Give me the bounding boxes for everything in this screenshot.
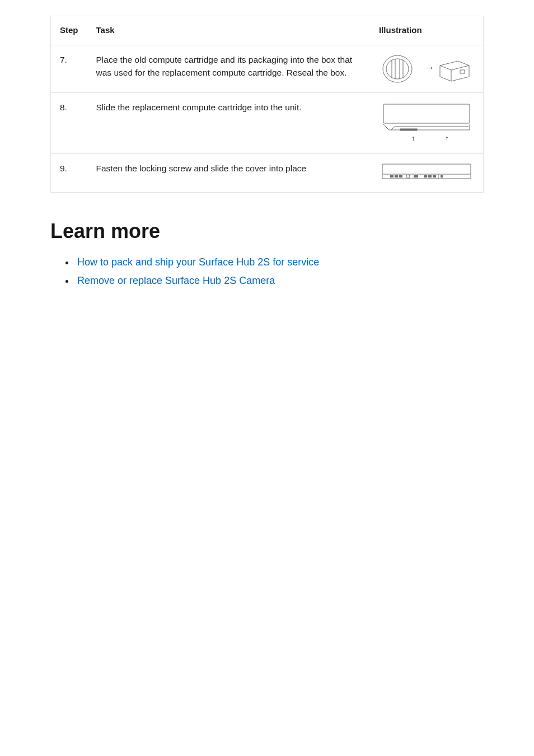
svg-rect-7 xyxy=(460,70,465,73)
svg-point-0 xyxy=(383,55,412,82)
svg-rect-15 xyxy=(390,175,394,178)
steps-table: Step Task Illustration 7. Place the old … xyxy=(50,16,484,193)
step-task: Fasten the locking screw and slide the c… xyxy=(87,153,370,192)
list-item: Remove or replace Surface Hub 2S Camera xyxy=(75,272,484,290)
step-illustration xyxy=(370,153,484,192)
svg-rect-16 xyxy=(395,175,398,178)
step-task: Slide the replacement compute cartridge … xyxy=(87,92,370,153)
learn-more-list: How to pack and ship your Surface Hub 2S… xyxy=(50,253,484,291)
table-row: 7. Place the old compute cartridge and i… xyxy=(51,45,484,92)
svg-rect-24 xyxy=(441,175,443,178)
svg-rect-21 xyxy=(428,175,432,178)
step-task: Place the old compute cartridge and its … xyxy=(87,45,370,92)
col-header-illustration: Illustration xyxy=(370,16,484,45)
link-replace-camera[interactable]: Remove or replace Surface Hub 2S Camera xyxy=(77,275,275,286)
svg-text:↑: ↑ xyxy=(445,134,449,143)
svg-point-18 xyxy=(406,175,410,178)
svg-rect-19 xyxy=(414,175,418,178)
svg-text:→: → xyxy=(425,63,434,72)
fasten-cover-icon xyxy=(379,162,474,184)
svg-rect-8 xyxy=(383,104,470,123)
table-row: 9. Fasten the locking screw and slide th… xyxy=(51,153,484,192)
step-illustration: ↑ ↑ xyxy=(370,92,484,153)
svg-rect-20 xyxy=(424,175,427,178)
step-number: 7. xyxy=(51,45,87,92)
svg-point-1 xyxy=(386,59,409,79)
link-pack-ship[interactable]: How to pack and ship your Surface Hub 2S… xyxy=(77,256,319,268)
col-header-task: Task xyxy=(87,16,370,45)
svg-rect-22 xyxy=(433,175,436,178)
list-item: How to pack and ship your Surface Hub 2S… xyxy=(75,253,484,272)
svg-rect-9 xyxy=(400,129,417,130)
step-number: 8. xyxy=(51,92,87,153)
packaging-into-box-icon: → xyxy=(382,53,471,85)
step-illustration: → xyxy=(370,45,484,92)
table-row: 8. Slide the replacement compute cartrid… xyxy=(51,92,484,153)
slide-cartridge-icon: ↑ ↑ xyxy=(379,101,474,146)
col-header-step: Step xyxy=(51,16,87,45)
svg-text:↑: ↑ xyxy=(411,134,415,143)
svg-rect-12 xyxy=(382,164,471,174)
svg-rect-17 xyxy=(399,175,402,178)
learn-more-heading: Learn more xyxy=(50,220,484,243)
step-number: 9. xyxy=(51,153,87,192)
